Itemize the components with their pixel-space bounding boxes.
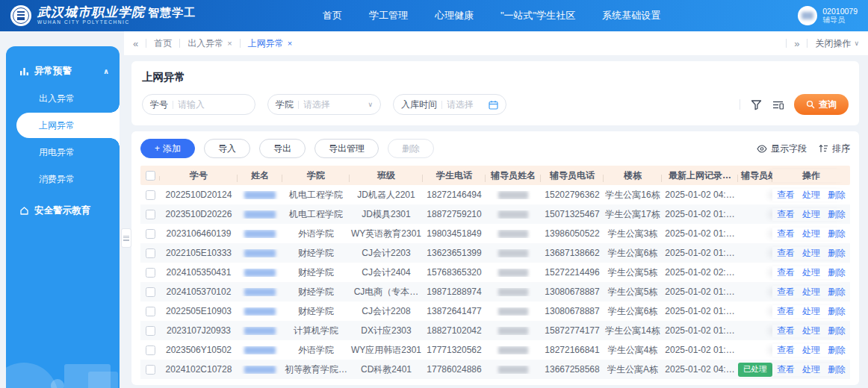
view-link[interactable]: 查看 <box>777 363 795 376</box>
process-link[interactable]: 处理 <box>802 325 820 337</box>
process-link[interactable]: 处理 <box>802 363 820 376</box>
nav-system-settings[interactable]: 系统基础设置 <box>602 9 660 22</box>
cell-class: JD机器人2201 <box>350 189 423 201</box>
process-link[interactable]: 处理 <box>802 208 820 221</box>
row-actions: 查看 处理 删除 <box>772 266 850 279</box>
cell-counselor-phone: 15872774177 <box>541 325 604 336</box>
view-link[interactable]: 查看 <box>777 208 795 221</box>
nav-one-stop-community[interactable]: "一站式"学生社区 <box>500 9 575 22</box>
row-checkbox[interactable] <box>140 365 160 375</box>
cell-student-name <box>238 366 282 374</box>
row-checkbox[interactable] <box>140 345 160 355</box>
column-settings-icon[interactable] <box>772 99 784 110</box>
row-checkbox[interactable] <box>140 307 160 316</box>
close-tab-icon[interactable]: × <box>288 39 292 48</box>
cell-latest-record: 2025-01-02 01:… <box>662 228 738 239</box>
search-button[interactable]: 查询 <box>794 94 849 115</box>
process-link[interactable]: 处理 <box>802 344 820 357</box>
student-id-placeholder: 请输入 <box>178 98 247 111</box>
expand-tabs-icon[interactable]: » <box>794 38 799 49</box>
cell-building: 学生公寓A栋 <box>604 363 662 376</box>
college-select[interactable]: 学院 请选择 ∨ <box>267 94 381 115</box>
delete-link[interactable]: 删除 <box>828 208 846 221</box>
cell-student-id: 2023506Y10502 <box>160 345 238 355</box>
tab-home[interactable]: 首页 <box>154 37 172 50</box>
row-checkbox[interactable] <box>140 268 160 278</box>
cell-class: CJ会计2208 <box>350 305 423 318</box>
table-card: +添加 导入 导出 导出管理 删除 显示字段 排序 <box>131 131 859 385</box>
view-link[interactable]: 查看 <box>777 286 795 298</box>
row-checkbox[interactable] <box>140 248 160 258</box>
nav-student-affairs[interactable]: 学工管理 <box>369 9 408 22</box>
process-link[interactable]: 处理 <box>802 228 820 240</box>
user-info[interactable]: 02010079 辅导员 <box>798 6 858 25</box>
sidebar-resize-handle[interactable] <box>121 228 131 248</box>
view-link[interactable]: 查看 <box>777 305 795 318</box>
delete-link[interactable]: 删除 <box>828 228 846 240</box>
sidebar-group-anomaly-warning[interactable]: 异常预警 ∧ <box>6 58 120 84</box>
delete-link[interactable]: 删除 <box>828 189 846 201</box>
process-link[interactable]: 处理 <box>802 189 820 201</box>
col-college: 学院 <box>282 169 350 182</box>
college-placeholder: 请选择 <box>303 98 363 111</box>
sidebar-group-safety-education[interactable]: 安全警示教育 <box>6 198 120 224</box>
nav-mental-health[interactable]: 心理健康 <box>435 9 474 22</box>
delete-link[interactable]: 删除 <box>828 325 846 337</box>
redacted-counselor-name <box>498 191 528 199</box>
view-link[interactable]: 查看 <box>777 189 795 201</box>
export-button[interactable]: 导出 <box>259 139 306 158</box>
view-link[interactable]: 查看 <box>777 344 795 357</box>
redacted-counselor-name <box>498 210 528 219</box>
view-link[interactable]: 查看 <box>777 247 795 260</box>
row-checkbox[interactable] <box>140 229 160 239</box>
user-avatar[interactable] <box>798 6 817 25</box>
filter-funnel-icon[interactable] <box>751 99 762 110</box>
row-checkbox[interactable] <box>140 326 160 336</box>
redacted-counselor-name <box>498 249 528 257</box>
table-toolbar: +添加 导入 导出 导出管理 删除 显示字段 排序 <box>140 139 850 158</box>
nav-home[interactable]: 首页 <box>323 9 342 22</box>
row-actions: 查看 处理 删除 <box>772 247 850 260</box>
redacted-counselor-name <box>498 327 528 335</box>
row-checkbox[interactable] <box>140 210 160 219</box>
sort-button[interactable]: 排序 <box>819 143 850 155</box>
process-link[interactable]: 处理 <box>802 247 820 260</box>
process-link[interactable]: 处理 <box>802 266 820 279</box>
redacted-counselor-name <box>498 230 528 238</box>
row-checkbox[interactable] <box>140 287 160 297</box>
delete-link[interactable]: 删除 <box>828 266 846 279</box>
sidebar-item-internet-anomaly[interactable]: 上网异常 <box>16 113 120 138</box>
delete-link[interactable]: 删除 <box>828 363 846 376</box>
tab-internet-anomaly[interactable]: 上网异常× <box>248 37 292 50</box>
delete-link[interactable]: 删除 <box>828 305 846 318</box>
collapse-tabs-icon[interactable]: « <box>133 38 138 49</box>
process-link[interactable]: 处理 <box>802 305 820 318</box>
delete-button[interactable]: 删除 <box>388 139 434 158</box>
delete-link[interactable]: 删除 <box>828 247 846 260</box>
close-tab-icon[interactable]: × <box>227 39 232 48</box>
sidebar-item-entry-exit-anomaly[interactable]: 出入异常 <box>6 86 120 111</box>
view-link[interactable]: 查看 <box>777 228 795 240</box>
add-button[interactable]: +添加 <box>140 139 195 158</box>
cell-college: 初等教育学院… <box>282 363 350 376</box>
cell-class: JD模具2301 <box>350 208 423 221</box>
export-manage-button[interactable]: 导出管理 <box>314 139 379 158</box>
user-role: 辅导员 <box>822 16 858 25</box>
entry-time-datepicker[interactable]: 入库时间 请选择 <box>393 94 506 115</box>
view-link[interactable]: 查看 <box>777 266 795 279</box>
process-link[interactable]: 处理 <box>802 286 820 298</box>
sidebar-item-electricity-anomaly[interactable]: 用电异常 <box>6 140 120 165</box>
select-all-checkbox[interactable] <box>140 171 160 181</box>
delete-link[interactable]: 删除 <box>828 286 846 298</box>
student-id-input[interactable]: 学号 请输入 <box>142 94 255 115</box>
view-link[interactable]: 查看 <box>777 325 795 337</box>
import-button[interactable]: 导入 <box>204 139 250 158</box>
cell-building: 学生公寓16栋 <box>604 189 662 201</box>
sidebar-item-consumption-anomaly[interactable]: 消费异常 <box>6 166 120 192</box>
close-operations-menu[interactable]: 关闭操作 ∨ <box>815 37 859 50</box>
row-checkbox[interactable] <box>140 190 160 200</box>
cell-college: 财经学院 <box>282 247 350 260</box>
delete-link[interactable]: 删除 <box>828 344 846 357</box>
tab-entry-exit-anomaly[interactable]: 出入异常× <box>187 37 232 50</box>
show-fields-button[interactable]: 显示字段 <box>757 143 807 155</box>
